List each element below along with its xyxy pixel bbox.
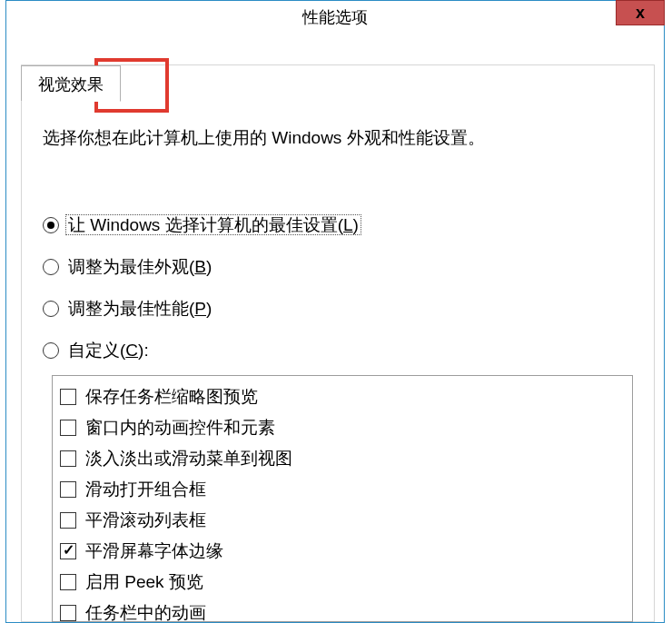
checkbox[interactable]: [60, 420, 76, 436]
check-item-2[interactable]: 淡入淡出或滑动菜单到视图: [60, 443, 625, 474]
tab-label: 视觉效果: [38, 74, 104, 95]
check-label: 平滑屏幕字体边缘: [85, 536, 223, 567]
radio-best-performance[interactable]: 调整为最佳性能(P): [43, 297, 359, 321]
check-label: 窗口内的动画控件和元素: [85, 412, 275, 443]
tab-visual-effects[interactable]: 视觉效果: [21, 65, 121, 102]
checkbox[interactable]: [60, 450, 76, 467]
checkbox[interactable]: [60, 389, 76, 405]
check-label: 淡入淡出或滑动菜单到视图: [85, 443, 292, 474]
radio-indicator: [43, 217, 59, 233]
checkbox[interactable]: [60, 481, 76, 498]
checkbox[interactable]: [60, 512, 76, 529]
check-label: 保存任务栏缩略图预览: [85, 381, 258, 412]
radio-group: 让 Windows 选择计算机的最佳设置(L) 调整为最佳外观(B) 调整为最佳…: [43, 213, 359, 381]
check-item-6[interactable]: 启用 Peek 预览: [60, 567, 625, 598]
checkbox[interactable]: [60, 543, 76, 559]
check-label: 任务栏中的动画: [85, 598, 206, 622]
checkbox[interactable]: [60, 605, 76, 621]
check-item-3[interactable]: 滑动打开组合框: [60, 474, 625, 505]
radio-let-windows[interactable]: 让 Windows 选择计算机的最佳设置(L): [43, 213, 359, 237]
settings-listbox[interactable]: 保存任务栏缩略图预览窗口内的动画控件和元素淡入淡出或滑动菜单到视图滑动打开组合框…: [52, 375, 633, 622]
radio-custom[interactable]: 自定义(C):: [43, 339, 359, 362]
check-item-4[interactable]: 平滑滚动列表框: [60, 505, 625, 536]
check-label: 平滑滚动列表框: [85, 505, 206, 536]
radio-best-appearance[interactable]: 调整为最佳外观(B): [43, 255, 359, 279]
radio-indicator: [43, 301, 59, 317]
checkbox[interactable]: [60, 574, 76, 590]
radio-indicator: [43, 342, 59, 359]
close-icon: x: [636, 4, 645, 23]
close-button[interactable]: x: [616, 0, 665, 25]
check-item-0[interactable]: 保存任务栏缩略图预览: [60, 381, 625, 412]
check-item-7[interactable]: 任务栏中的动画: [60, 598, 625, 622]
check-item-1[interactable]: 窗口内的动画控件和元素: [60, 412, 625, 443]
performance-options-window: 性能选项 x 视觉效果 高级 数据执行保护 选择你想在此计算机上使用的 Wind…: [5, 0, 665, 623]
radio-indicator: [43, 259, 59, 275]
description-text: 选择你想在此计算机上使用的 Windows 外观和性能设置。: [43, 126, 485, 150]
window-title: 性能选项: [6, 6, 664, 28]
check-label: 启用 Peek 预览: [85, 567, 203, 598]
check-label: 滑动打开组合框: [85, 474, 206, 505]
titlebar: 性能选项: [6, 1, 664, 34]
check-item-5[interactable]: 平滑屏幕字体边缘: [60, 536, 625, 567]
